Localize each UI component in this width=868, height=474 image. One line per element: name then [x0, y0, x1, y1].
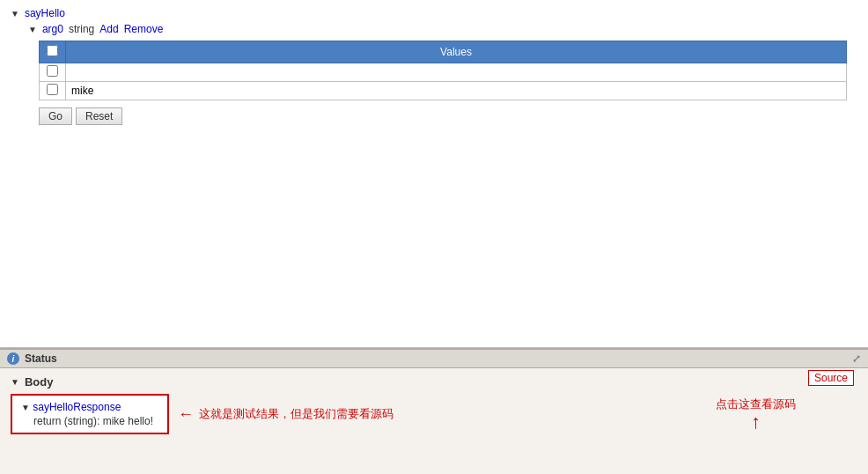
- row1-value-input[interactable]: [70, 65, 842, 79]
- response-detail: return (string): mike hello!: [33, 415, 158, 427]
- header-checkbox-cell: [40, 41, 66, 63]
- row2-value-input[interactable]: [70, 84, 842, 98]
- row2-checkbox[interactable]: [47, 84, 58, 95]
- source-button[interactable]: Source: [808, 370, 854, 386]
- status-title-row: i Status: [7, 352, 57, 365]
- left-annotation-text: 这就是测试结果，但是我们需要看源码: [199, 406, 394, 422]
- arg-collapse-icon[interactable]: ▼: [28, 25, 37, 34]
- response-collapse-icon[interactable]: ▼: [21, 403, 30, 412]
- button-row: Go Reset: [39, 107, 857, 125]
- source-btn-container: Source: [808, 372, 854, 384]
- full-annotation-row: ▼ sayHelloResponse return (string): mike…: [11, 394, 857, 434]
- response-method-link[interactable]: sayHelloResponse: [33, 401, 121, 413]
- status-panel: i Status ⤢ Source ▼ Body ▼ sayHelloRespo…: [0, 348, 868, 474]
- row2-value-cell: [66, 82, 847, 100]
- right-annotation: 点击这查看源码 ↑: [716, 396, 796, 432]
- row1-checkbox[interactable]: [47, 65, 58, 77]
- table-row: [40, 63, 847, 82]
- row2-checkbox-cell: [40, 82, 66, 100]
- method-link[interactable]: sayHello: [25, 7, 65, 19]
- row1-value-cell: [66, 63, 847, 82]
- method-collapse-icon[interactable]: ▼: [11, 9, 19, 19]
- arg-type-label: string: [69, 23, 94, 35]
- table-row: [40, 82, 847, 100]
- header-checkbox[interactable]: [47, 45, 58, 56]
- response-method-row: ▼ sayHelloResponse: [21, 401, 158, 413]
- arg-row: ▼ arg0 string Add Remove: [28, 23, 857, 35]
- response-area: Source ▼ Body ▼ sayHelloResponse return …: [0, 368, 868, 474]
- reset-button[interactable]: Reset: [76, 107, 122, 125]
- expand-icon[interactable]: ⤢: [852, 352, 861, 365]
- status-title: Status: [25, 352, 57, 365]
- body-row: ▼ Body: [11, 375, 857, 389]
- method-row: ▼ sayHello: [11, 7, 857, 19]
- info-icon: i: [7, 352, 19, 365]
- response-box: ▼ sayHelloResponse return (string): mike…: [11, 394, 169, 434]
- arg-name-link[interactable]: arg0: [42, 23, 63, 35]
- values-header: Values: [66, 41, 847, 63]
- add-link[interactable]: Add: [99, 23, 118, 35]
- status-header: i Status ⤢: [0, 350, 868, 368]
- up-arrow-icon: ↑: [751, 412, 761, 432]
- body-collapse-icon[interactable]: ▼: [11, 377, 19, 387]
- left-annotation: ← 这就是测试结果，但是我们需要看源码: [178, 405, 394, 424]
- left-arrow-icon: ←: [178, 405, 194, 424]
- values-table: Values: [39, 41, 847, 100]
- go-button[interactable]: Go: [39, 107, 72, 125]
- row1-checkbox-cell: [40, 63, 66, 82]
- top-panel: ▼ sayHello ▼ arg0 string Add Remove Valu…: [0, 0, 868, 348]
- remove-link[interactable]: Remove: [124, 23, 164, 35]
- body-label: Body: [25, 375, 54, 389]
